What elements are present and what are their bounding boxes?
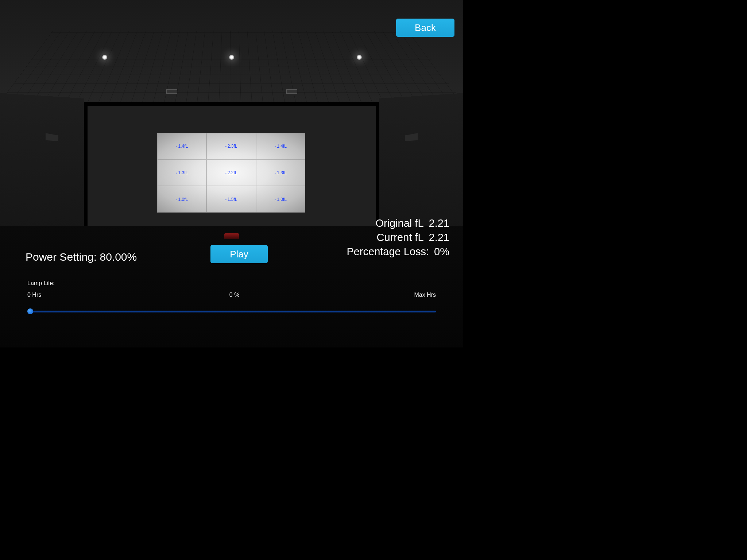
original-fl-label: Original fL: [375, 217, 423, 229]
screen-cell[interactable]: 1.4fL: [256, 133, 305, 160]
ceiling-light-icon: [102, 55, 107, 60]
ceiling-grid: [0, 31, 463, 102]
cell-value: 1.0fL: [275, 197, 287, 202]
wall-right: [379, 93, 463, 235]
back-button[interactable]: Back: [396, 19, 454, 37]
projection-screen: 1.4fL 2.3fL 1.4fL 1.3fL 2.2fL 1.3fL 1.0f…: [157, 133, 305, 213]
power-setting-label: Power Setting: 80.00%: [26, 251, 137, 263]
screen-cell[interactable]: 2.2fL: [206, 160, 256, 186]
theater-ceiling: [0, 0, 463, 102]
screen-cell[interactable]: 1.5fL: [206, 186, 256, 213]
stats-panel: Original fL 2.21 Current fL 2.21 Percent…: [347, 217, 449, 260]
lamp-life-label: Lamp Life:: [27, 280, 55, 287]
seat-highlight: [224, 233, 239, 239]
ceiling-vent-icon: [166, 89, 177, 94]
lamp-life-section: Lamp Life: 0 Hrs 0 % Max Hrs: [27, 280, 436, 312]
slider-thumb[interactable]: [27, 308, 33, 314]
screen-cell[interactable]: 2.3fL: [206, 133, 256, 160]
screen-cell[interactable]: 1.3fL: [256, 160, 305, 186]
screen-cell[interactable]: 1.0fL: [157, 186, 206, 213]
percentage-loss-value: 0%: [434, 246, 449, 258]
ceiling-vent-icon: [286, 89, 297, 94]
power-label: Power Setting:: [26, 251, 97, 263]
lamp-max-label: Max Hrs: [414, 292, 436, 298]
lamp-min-label: 0 Hrs: [27, 292, 55, 298]
play-button[interactable]: Play: [210, 245, 268, 263]
cell-value: 1.4fL: [275, 144, 287, 149]
cell-value: 2.3fL: [225, 144, 237, 149]
cell-value: 2.2fL: [225, 170, 237, 175]
lamp-mid-label: 0 %: [229, 292, 240, 298]
wall-left: [0, 93, 84, 235]
ceiling-light-icon: [357, 55, 362, 60]
cell-value: 1.5fL: [225, 197, 237, 202]
percentage-loss-label: Percentage Loss:: [347, 246, 429, 258]
current-fl-value: 2.21: [429, 232, 449, 244]
current-fl-row: Current fL 2.21: [347, 232, 449, 244]
cell-value: 1.3fL: [176, 170, 188, 175]
screen-cell[interactable]: 1.0fL: [256, 186, 305, 213]
cell-value: 1.0fL: [176, 197, 188, 202]
cell-value: 1.3fL: [275, 170, 287, 175]
current-fl-label: Current fL: [377, 232, 424, 244]
screen-cell[interactable]: 1.4fL: [157, 133, 206, 160]
percentage-loss-row: Percentage Loss: 0%: [347, 246, 449, 258]
original-fl-value: 2.21: [429, 217, 449, 229]
lamp-life-slider[interactable]: [27, 311, 436, 312]
cell-value: 1.4fL: [176, 144, 188, 149]
power-value: 80.00%: [100, 251, 137, 263]
original-fl-row: Original fL 2.21: [347, 217, 449, 229]
ceiling-light-icon: [229, 55, 234, 60]
screen-cell[interactable]: 1.3fL: [157, 160, 206, 186]
